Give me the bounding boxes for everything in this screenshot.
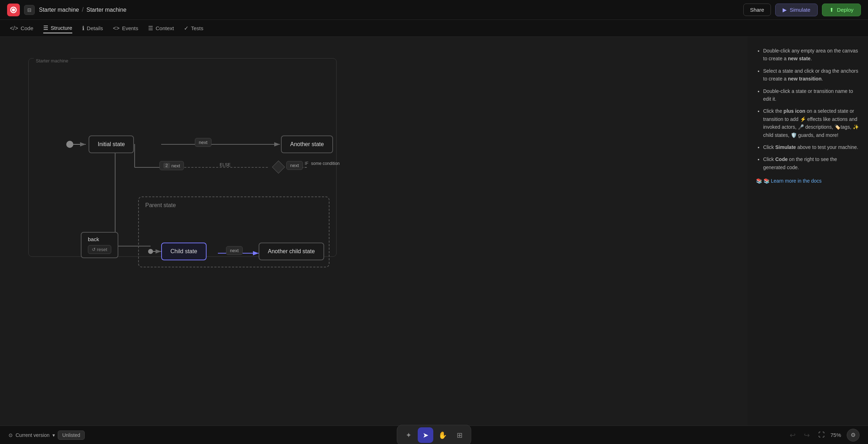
topbar-left: ⊟ Starter machine / Starter machine bbox=[7, 4, 126, 16]
breadcrumb-separator: / bbox=[82, 6, 84, 13]
events-label: Events bbox=[122, 25, 138, 31]
hint-item-2: Select a state and click or drag the anc… bbox=[763, 67, 859, 83]
reset-label: ↺ reset bbox=[92, 247, 107, 252]
context-label: Context bbox=[156, 25, 174, 31]
pointer-tool-button[interactable]: ➤ bbox=[418, 427, 433, 443]
hint-item-5: Click Simulate above to test your machin… bbox=[763, 143, 859, 151]
topbar-right: Share ▶ Simulate ⬆ Deploy bbox=[743, 4, 861, 16]
simulate-button[interactable]: ▶ Simulate bbox=[775, 4, 818, 16]
hand-tool-button[interactable]: ✋ bbox=[435, 427, 450, 443]
code-icon: </> bbox=[10, 25, 18, 32]
events-icon: <> bbox=[113, 25, 120, 32]
undo-redo-group: ↩ ↪ bbox=[787, 429, 813, 441]
tab-context[interactable]: ☰ Context bbox=[148, 23, 174, 33]
current-version-icon: ⊙ bbox=[9, 432, 13, 438]
redo-button[interactable]: ↪ bbox=[801, 429, 813, 441]
transition-next3[interactable]: next bbox=[286, 161, 303, 170]
hint-item-1: Double-click any empty area on the canva… bbox=[763, 47, 859, 63]
back-state-node[interactable]: back ↺ reset bbox=[81, 232, 118, 258]
tab-structure[interactable]: ☰ Structure bbox=[43, 23, 72, 33]
plus-tool-button[interactable]: ⊞ bbox=[452, 427, 467, 443]
simulate-label: Simulate bbox=[790, 7, 810, 13]
transition-else: ELSE bbox=[216, 161, 234, 169]
bottom-bar: ⊙ Current version ▾ Unlisted ✦ ➤ ✋ ⊞ ↩ ↪… bbox=[0, 426, 868, 444]
bottom-right-controls: ↩ ↪ ⛶ 75% ⚙ bbox=[787, 429, 859, 442]
structure-icon: ☰ bbox=[43, 24, 48, 31]
version-badge: Unlisted bbox=[58, 431, 85, 440]
details-icon: ℹ bbox=[82, 25, 84, 32]
another-state-node[interactable]: Another state bbox=[281, 135, 333, 153]
next2-text: next bbox=[171, 163, 180, 168]
main-area: Starter machine bbox=[0, 37, 868, 426]
breadcrumb: Starter machine / Starter machine bbox=[39, 6, 126, 13]
canvas[interactable]: Starter machine bbox=[0, 37, 748, 426]
version-section[interactable]: ⊙ Current version ▾ Unlisted bbox=[9, 431, 85, 440]
share-button[interactable]: Share bbox=[743, 4, 771, 16]
breadcrumb-part2[interactable]: Starter machine bbox=[86, 7, 126, 13]
child-state-node[interactable]: Child state bbox=[161, 243, 207, 260]
tab-details[interactable]: ℹ Details bbox=[82, 23, 103, 33]
breadcrumb-part1[interactable]: Starter machine bbox=[39, 7, 79, 13]
another-state-label: Another state bbox=[290, 141, 324, 147]
chevron-down-icon: ▾ bbox=[52, 432, 55, 438]
tab-tests[interactable]: ✓ Tests bbox=[184, 23, 203, 33]
another-child-state-label: Another child state bbox=[268, 248, 315, 254]
machine-label: Starter machine bbox=[34, 58, 71, 63]
tab-events[interactable]: <> Events bbox=[113, 24, 139, 33]
child-initial-dot bbox=[148, 249, 153, 254]
current-version-label: Current version bbox=[16, 432, 50, 438]
reset-button[interactable]: ↺ reset bbox=[88, 245, 111, 254]
deploy-label: Deploy bbox=[837, 7, 853, 13]
initial-state-label: Initial state bbox=[98, 141, 125, 147]
simulate-icon: ▶ bbox=[783, 7, 787, 13]
tests-label: Tests bbox=[191, 25, 203, 31]
back-label: back bbox=[88, 236, 111, 242]
deploy-icon: ⬆ bbox=[829, 7, 834, 13]
sparkle-tool-button[interactable]: ✦ bbox=[401, 427, 416, 443]
tab-code[interactable]: </> Code bbox=[10, 24, 33, 33]
next3-text: next bbox=[290, 163, 299, 168]
if-text: IF some condition bbox=[305, 161, 340, 166]
transition-next2[interactable]: 2 next bbox=[159, 161, 184, 170]
parent-state-label: Parent state bbox=[145, 202, 176, 209]
undo-button[interactable]: ↩ bbox=[787, 429, 799, 441]
deploy-button[interactable]: ⬆ Deploy bbox=[822, 4, 861, 16]
another-child-state-node[interactable]: Another child state bbox=[259, 243, 324, 260]
hints-list: Double-click any empty area on the canva… bbox=[756, 47, 859, 171]
hint-item-6: Click Code on the right to see the gener… bbox=[763, 155, 859, 171]
fullscreen-button[interactable]: ⛶ bbox=[818, 431, 825, 439]
transition-next4[interactable]: next bbox=[226, 246, 243, 255]
hint-docs-link-container: 📚 📚 Learn more in the docs bbox=[756, 177, 859, 185]
tool-palette: ✦ ➤ ✋ ⊞ bbox=[397, 425, 471, 444]
child-state-label: Child state bbox=[170, 248, 197, 254]
hint-item-3: Double-click a state or transition name … bbox=[763, 87, 859, 103]
context-icon: ☰ bbox=[148, 25, 153, 32]
zoom-percentage: 75% bbox=[830, 432, 841, 438]
secondary-toolbar: </> Code ☰ Structure ℹ Details <> Events… bbox=[0, 20, 868, 37]
transition-next1[interactable]: next bbox=[195, 138, 212, 147]
structure-label: Structure bbox=[51, 25, 72, 31]
code-label: Code bbox=[21, 25, 33, 31]
hints-panel: Double-click any empty area on the canva… bbox=[748, 37, 868, 426]
initial-state-node[interactable]: Initial state bbox=[89, 135, 134, 153]
settings-button[interactable]: ⚙ bbox=[847, 429, 859, 442]
learn-more-link[interactable]: 📚 📚 Learn more in the docs bbox=[756, 178, 822, 184]
topbar: ⊟ Starter machine / Starter machine Shar… bbox=[0, 0, 868, 20]
hint-item-4: Click the plus icon on a selected state … bbox=[763, 107, 859, 139]
details-label: Details bbox=[87, 25, 103, 31]
tests-icon: ✓ bbox=[184, 25, 188, 32]
settings-icon: ⚙ bbox=[851, 432, 856, 438]
logo[interactable] bbox=[7, 4, 20, 16]
cond-num: 2 bbox=[163, 163, 170, 168]
layout-toggle-button[interactable]: ⊟ bbox=[24, 5, 35, 15]
